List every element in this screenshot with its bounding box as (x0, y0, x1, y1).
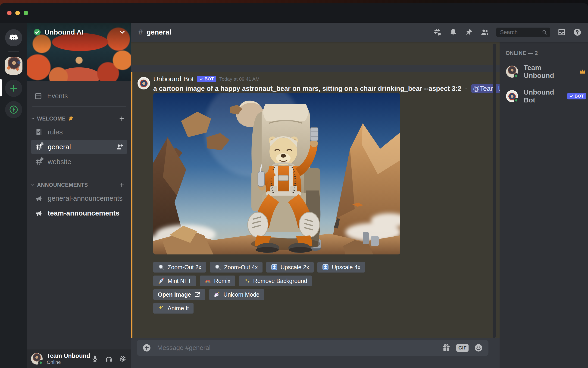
online-status-dot (38, 360, 43, 365)
channel-label: website (48, 158, 71, 166)
discord-window: Unbound AI Events WELCOME (0, 3, 588, 368)
user-status: Online (47, 359, 90, 365)
category-label: ANNOUNCEMENTS (37, 182, 88, 188)
message-author[interactable]: Unbound Bot (153, 75, 194, 83)
user-name: Team Unbound (47, 352, 90, 359)
calendar-icon (34, 92, 42, 100)
message-area[interactable]: Unbound Bot BOT Today at 09:41 AM a cart… (131, 42, 500, 368)
astronaut-bear-artwork (153, 93, 400, 254)
gear-icon[interactable] (119, 355, 127, 363)
search-icon (542, 29, 547, 35)
bot-avatar[interactable] (138, 77, 150, 90)
message-input[interactable]: Message #general GIF (137, 340, 488, 356)
mic-icon[interactable] (91, 355, 99, 363)
search-input[interactable]: Search (496, 28, 550, 37)
remix-button[interactable]: Remix (200, 276, 235, 286)
magnifier-icon (214, 264, 221, 271)
zoom-out-2x-button[interactable]: Zoom-Out 2x (153, 262, 206, 273)
external-link-icon (194, 291, 201, 298)
check-icon (570, 94, 573, 98)
remove-background-button[interactable]: Remove Background (239, 276, 312, 286)
member-row-unbound-bot[interactable]: Unbound Bot BOT (504, 87, 588, 105)
server-icon-unbound-ai[interactable] (5, 57, 22, 75)
channel-label: general-announcements (48, 194, 123, 202)
explore-servers-button[interactable] (5, 101, 22, 118)
previous-message-highlight (131, 42, 500, 65)
gift-icon[interactable] (442, 343, 451, 352)
member-row-team-unbound[interactable]: Team Unbound (504, 62, 588, 81)
category-label: WELCOME (37, 116, 66, 122)
notifications-bell-icon[interactable] (449, 28, 457, 36)
create-channel-button[interactable] (119, 182, 125, 188)
upscale-icon (271, 264, 278, 271)
category-welcome[interactable]: WELCOME (27, 113, 131, 124)
message-text: a cartoon image of a happy astronaut_bea… (153, 85, 500, 92)
server-owner-crown-icon (579, 68, 586, 75)
minimize-window-button[interactable] (15, 11, 20, 15)
zoom-window-button[interactable] (24, 11, 28, 15)
user-info[interactable]: Team Unbound Online (47, 352, 90, 365)
channel-list: Events WELCOME rules (27, 81, 131, 350)
headphones-icon[interactable] (105, 355, 113, 363)
help-icon[interactable] (573, 28, 581, 36)
upscale-2x-button[interactable]: Upscale 2x (266, 262, 314, 273)
server-header[interactable]: Unbound AI (33, 28, 126, 36)
compass-icon (9, 105, 18, 114)
pinned-messages-icon[interactable] (465, 28, 473, 36)
sidebar-item-website[interactable]: website (31, 155, 127, 169)
chat-scrollbar[interactable] (493, 44, 496, 338)
sidebar-item-general[interactable]: general (31, 140, 127, 154)
add-server-button[interactable] (5, 80, 22, 97)
generated-image[interactable] (153, 93, 400, 254)
chevron-down-icon (118, 28, 126, 36)
member-avatar (506, 90, 518, 102)
mint-nft-button[interactable]: Mint NFT (153, 276, 196, 286)
attach-file-icon[interactable] (142, 343, 151, 352)
sparkles-icon (244, 277, 250, 284)
zoom-out-4x-button[interactable]: Zoom-Out 4x (210, 262, 263, 273)
emoji-picker-icon[interactable] (474, 343, 483, 352)
chevron-down-icon (31, 183, 35, 187)
unicorn-mode-button[interactable]: Unicorn Mode (209, 289, 264, 300)
server-banner[interactable]: Unbound AI (27, 23, 131, 81)
anime-it-button[interactable]: Anime It (153, 303, 193, 313)
chevron-down-icon (31, 116, 35, 121)
rail-divider (8, 51, 19, 52)
hash-lock-icon (35, 143, 43, 151)
member-name: Unbound Bot (524, 88, 561, 104)
gif-picker-button[interactable]: GIF (456, 344, 469, 352)
events-item[interactable]: Events (27, 89, 131, 103)
upscale-4x-button[interactable]: Upscale 4x (317, 262, 365, 273)
online-status-dot (514, 98, 519, 103)
rules-book-icon (35, 128, 43, 136)
discord-logo-icon (9, 33, 19, 43)
create-invite-icon[interactable] (115, 143, 123, 151)
user-avatar[interactable] (31, 353, 43, 365)
magnifier-icon (158, 264, 165, 271)
create-channel-button[interactable] (119, 116, 125, 122)
member-avatar (506, 65, 518, 78)
sidebar-item-team-announcements[interactable]: team-announcements (31, 206, 127, 220)
online-status-dot (514, 73, 519, 78)
member-list-icon[interactable] (481, 28, 489, 36)
check-icon (199, 77, 203, 81)
hash-lock-icon (35, 157, 43, 166)
channel-header: # general Search (131, 23, 588, 42)
search-placeholder: Search (500, 29, 518, 36)
category-announcements[interactable]: ANNOUNCEMENTS (27, 179, 131, 191)
close-window-button[interactable] (7, 11, 12, 15)
inbox-icon[interactable] (557, 28, 566, 36)
sidebar-item-general-announcements[interactable]: general-announcements (31, 191, 127, 206)
open-image-button[interactable]: Open Image (153, 289, 205, 300)
threads-icon[interactable] (433, 28, 442, 36)
sidebar-item-rules[interactable]: rules (31, 125, 127, 139)
megaphone-icon (35, 209, 43, 217)
verified-badge-icon (33, 28, 41, 36)
channel-title: general (147, 28, 171, 36)
discord-home-button[interactable] (5, 29, 22, 46)
unicorn-icon (214, 291, 221, 298)
titlebar (0, 3, 588, 23)
rocket-icon (158, 277, 165, 284)
bot-badge: BOT (567, 93, 586, 99)
server-name: Unbound AI (44, 28, 118, 36)
